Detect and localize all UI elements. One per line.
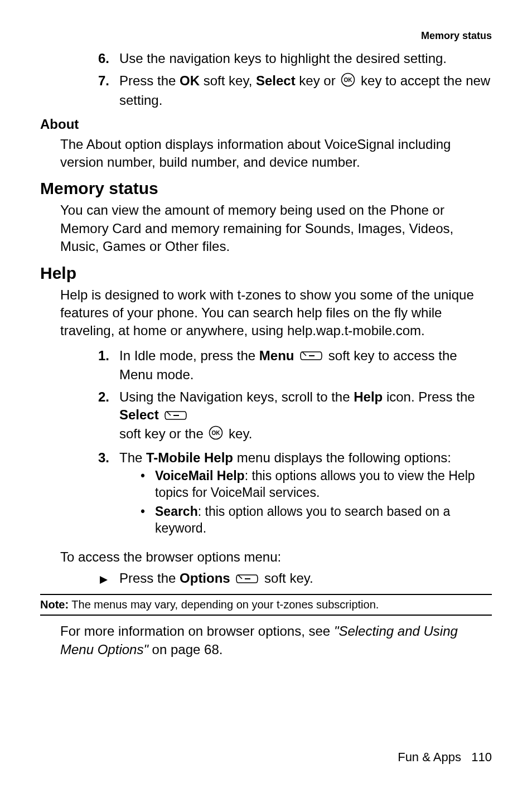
divider (40, 615, 492, 616)
bold-text: OK (180, 73, 200, 88)
divider (40, 594, 492, 595)
sub-bullets: • VoiceMail Help: this options allows yo… (141, 468, 492, 537)
list-item: 6. Use the navigation keys to highlight … (98, 50, 492, 67)
continued-steps: 6. Use the navigation keys to highlight … (98, 50, 492, 110)
bold-text: Select (256, 73, 296, 88)
bold-text: T-Mobile Help (146, 450, 233, 465)
bullet-text: Search: this option allows you to search… (155, 504, 492, 537)
action-text: Press the Options soft key. (119, 569, 313, 588)
softkey-icon (235, 570, 259, 588)
ok-key-icon: OK (341, 72, 355, 91)
page: Memory status 6. Use the navigation keys… (0, 0, 532, 798)
text: In Idle mode, press the (119, 348, 259, 363)
page-footer: Fun & Apps 110 (398, 750, 492, 765)
softkey-icon (164, 407, 187, 425)
step-number: 3. (98, 449, 119, 541)
help-heading: Help (40, 264, 492, 283)
list-item: Press the Options soft key. (98, 569, 492, 588)
text: Press the (119, 570, 180, 586)
text: key or (296, 73, 340, 88)
list-item: • VoiceMail Help: this options allows yo… (141, 468, 492, 501)
text: Using the Navigation keys, scroll to the (119, 389, 354, 404)
help-steps: 1. In Idle mode, press the Menu soft key… (98, 347, 492, 541)
svg-text:OK: OK (344, 77, 353, 83)
step-number: 1. (98, 347, 119, 384)
step-number: 2. (98, 388, 119, 444)
svg-marker-6 (100, 576, 108, 584)
step-text: In Idle mode, press the Menu soft key to… (119, 347, 492, 384)
text: key. (229, 426, 252, 441)
bold-text: Search (155, 504, 198, 519)
step-text: The T-Mobile Help menu displays the foll… (119, 449, 492, 541)
footer-page-number: 110 (471, 750, 492, 764)
bold-text: Menu (259, 348, 294, 363)
text: icon. Press the (383, 389, 475, 404)
step-text: Use the navigation keys to highlight the… (119, 50, 492, 67)
access-line: To access the browser options menu: (60, 548, 492, 566)
bold-text: Help (354, 389, 383, 404)
about-heading: About (40, 117, 492, 132)
triangle-bullet-icon (98, 570, 119, 588)
text: soft key, (200, 73, 256, 88)
bullet-icon: • (141, 504, 155, 537)
list-item: • Search: this option allows you to sear… (141, 504, 492, 537)
note-block: Note: The menus may vary, depending on y… (40, 598, 492, 611)
bold-text: VoiceMail Help (155, 468, 245, 483)
memory-status-heading: Memory status (40, 179, 492, 198)
bullet-text: VoiceMail Help: this options allows you … (155, 468, 492, 501)
ok-key-icon: OK (209, 425, 223, 444)
text: For more information on browser options,… (60, 623, 334, 639)
text: soft key or the (119, 426, 207, 441)
note-label: Note: (40, 598, 69, 611)
softkey-icon (299, 347, 323, 365)
text: The (119, 450, 146, 465)
memory-status-body: You can view the amount of memory being … (60, 201, 492, 255)
action-list: Press the Options soft key. (98, 569, 492, 588)
step-number: 7. (98, 72, 119, 109)
closing-paragraph: For more information on browser options,… (60, 622, 492, 659)
bold-text: Select (119, 407, 159, 422)
about-body: The About option displays information ab… (60, 136, 492, 172)
svg-text:OK: OK (212, 430, 221, 436)
text: menu displays the following options: (233, 450, 451, 465)
list-item: 2. Using the Navigation keys, scroll to … (98, 388, 492, 444)
help-intro: Help is designed to work with t-zones to… (60, 286, 492, 340)
text: Press the (119, 73, 180, 88)
bullet-icon: • (141, 468, 155, 501)
step-text: Press the OK soft key, Select key or OK … (119, 72, 492, 109)
step-text: Using the Navigation keys, scroll to the… (119, 388, 492, 444)
bold-text: Options (180, 570, 230, 586)
running-header: Memory status (40, 30, 492, 42)
list-item: 3. The T-Mobile Help menu displays the f… (98, 449, 492, 541)
step-number: 6. (98, 50, 119, 67)
list-item: 1. In Idle mode, press the Menu soft key… (98, 347, 492, 384)
text: on page 68. (148, 642, 223, 657)
text: : this option allows you to search based… (155, 504, 450, 535)
note-text: The menus may vary, depending on your t-… (69, 598, 379, 611)
text: soft key. (264, 570, 313, 586)
list-item: 7. Press the OK soft key, Select key or … (98, 72, 492, 109)
footer-section: Fun & Apps (398, 750, 461, 764)
